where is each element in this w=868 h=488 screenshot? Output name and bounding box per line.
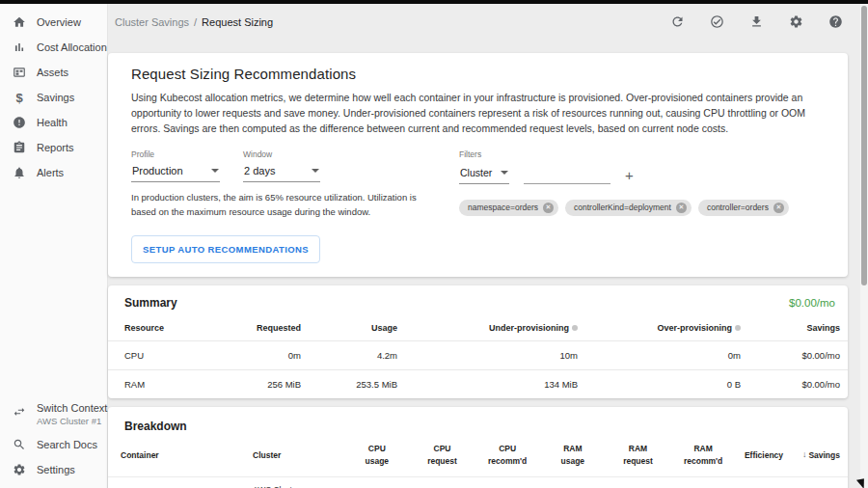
table-row[interactable]: orders/orders:orders AWS Cluster #1/clus… xyxy=(108,476,848,488)
chevron-down-icon xyxy=(312,169,319,173)
sidebar-item-label: Search Docs xyxy=(37,439,97,450)
filter-value-input[interactable] xyxy=(524,169,610,184)
column-header[interactable]: RAMrecomm'd xyxy=(670,443,736,468)
column-header[interactable]: CPUrecomm'd xyxy=(475,443,540,468)
header-actions xyxy=(670,14,843,29)
main-area: Cluster Savings / Request Sizing xyxy=(108,4,868,488)
search-icon xyxy=(13,438,26,451)
close-icon[interactable]: ✕ xyxy=(773,203,784,213)
window-select[interactable]: 2 days xyxy=(243,161,320,182)
chip-label: controller=orders xyxy=(707,203,769,212)
column-header: Container xyxy=(121,449,253,462)
breakdown-card: Breakdown Container Cluster CPUusage CPU… xyxy=(108,407,848,488)
breadcrumb-parent[interactable]: Cluster Savings xyxy=(115,16,189,28)
column-header: Cluster xyxy=(253,449,344,462)
sidebar-item-alerts[interactable]: Alerts xyxy=(0,160,107,185)
help-icon[interactable] xyxy=(828,14,843,29)
profile-select-group: Profile Production xyxy=(131,149,220,182)
sidebar-item-settings[interactable]: Settings xyxy=(0,457,107,482)
refresh-icon[interactable] xyxy=(670,14,685,29)
cell-under-provisioning: 134 MiB xyxy=(397,379,578,390)
column-header: Under-provisioning xyxy=(397,323,578,333)
close-icon[interactable]: ✕ xyxy=(543,203,554,213)
dollar-icon: $ xyxy=(13,91,26,104)
swap-horiz-icon xyxy=(13,405,26,419)
cell-savings: $0.00/mo xyxy=(741,350,840,361)
profile-value: Production xyxy=(132,165,183,176)
home-icon xyxy=(13,15,26,29)
filter-type-value: Cluster xyxy=(460,167,492,178)
window-select-group: Window 2 days xyxy=(243,149,320,182)
check-circle-icon[interactable] xyxy=(710,14,724,29)
page-title: Request Sizing Recommendations xyxy=(131,66,825,82)
sidebar-item-switch-context[interactable]: Switch Context AWS Cluster #1 xyxy=(0,396,107,432)
close-icon[interactable]: ✕ xyxy=(676,203,687,213)
main-header: Cluster Savings / Request Sizing xyxy=(108,4,868,40)
cell-requested: 256 MiB xyxy=(231,379,301,390)
column-header[interactable]: CPUusage xyxy=(344,443,410,468)
summary-table-header: Resource Requested Usage Under-provision… xyxy=(108,317,848,340)
summary-title: Summary xyxy=(124,296,177,310)
sidebar-item-label: Reports xyxy=(37,142,74,153)
add-filter-button[interactable]: + xyxy=(625,168,634,184)
content: Request Sizing Recommendations Using Kub… xyxy=(108,53,868,488)
profile-hint: In production clusters, the aim is 65% r… xyxy=(131,190,442,219)
breakdown-title: Breakdown xyxy=(108,407,848,435)
request-sizing-card: Request Sizing Recommendations Using Kub… xyxy=(108,53,848,277)
profile-window-controls: Profile Production Window 2 days xyxy=(131,149,442,263)
profile-label: Profile xyxy=(131,149,220,159)
column-header[interactable]: RAMusage xyxy=(540,443,606,468)
sidebar-item-label: Settings xyxy=(37,464,75,475)
sidebar-item-label: Savings xyxy=(37,92,74,103)
column-header-savings[interactable]: ↓ Savings xyxy=(792,448,840,462)
column-header: Requested xyxy=(231,323,301,333)
sidebar-item-label: Overview xyxy=(37,16,81,28)
bar-chart-icon xyxy=(13,41,26,54)
sidebar-item-assets[interactable]: Assets xyxy=(0,60,107,85)
cell-usage: 4.2m xyxy=(301,350,397,361)
filter-type-select[interactable]: Cluster xyxy=(459,164,509,184)
filter-chips: namespace=orders ✕ controllerKind=deploy… xyxy=(459,200,825,216)
cell-resource: CPU xyxy=(124,350,231,361)
breadcrumb: Cluster Savings / Request Sizing xyxy=(115,16,273,28)
sidebar-item-overview[interactable]: Overview xyxy=(0,10,107,35)
column-header[interactable]: CPUrequest xyxy=(410,443,475,468)
profile-select[interactable]: Production xyxy=(131,161,220,182)
settings-gear-icon[interactable] xyxy=(789,14,803,29)
download-icon[interactable] xyxy=(749,14,764,29)
column-header[interactable]: RAMrequest xyxy=(606,443,671,468)
clipboard-icon xyxy=(13,141,26,154)
sidebar-item-label: Cost Allocation xyxy=(37,41,107,53)
cell-savings: $0.00/mo xyxy=(741,379,840,390)
sidebar-item-savings[interactable]: $ Savings xyxy=(0,85,107,110)
filter-chip: controller=orders ✕ xyxy=(698,200,789,216)
column-header[interactable]: Efficiency xyxy=(736,449,792,462)
sidebar-item-label: Assets xyxy=(37,67,68,78)
window-label: Window xyxy=(243,149,320,159)
assets-grid-icon xyxy=(13,66,26,79)
gear-icon xyxy=(13,463,26,476)
window-value: 2 days xyxy=(244,165,275,176)
cell-requested: 0m xyxy=(231,350,301,361)
column-header: Resource xyxy=(124,323,231,333)
cell-over-provisioning: 0 B xyxy=(578,379,741,390)
sidebar-item-search-docs[interactable]: Search Docs xyxy=(0,432,107,457)
sidebar-item-label: Health xyxy=(37,117,68,128)
sidebar-item-reports[interactable]: Reports xyxy=(0,135,107,160)
breadcrumb-current: Request Sizing xyxy=(202,16,273,28)
sidebar-item-health[interactable]: Health xyxy=(0,110,107,135)
filter-chip: namespace=orders ✕ xyxy=(459,200,558,216)
column-header: Over-provisioning xyxy=(578,323,741,333)
filter-chip: controllerKind=deployment ✕ xyxy=(565,200,692,216)
vertical-scrollbar xyxy=(860,4,868,488)
breakdown-table-header: Container Cluster CPUusage CPUrequest CP… xyxy=(108,435,848,475)
current-cluster-label: AWS Cluster #1 xyxy=(37,416,107,426)
page-description: Using Kubecost allocation metrics, we de… xyxy=(131,91,825,137)
controls-row: Profile Production Window 2 days xyxy=(131,149,825,263)
sidebar-item-cost-allocation[interactable]: Cost Allocation xyxy=(0,35,107,60)
scrollbar-thumb[interactable] xyxy=(861,6,867,285)
sidebar-footer: Switch Context AWS Cluster #1 Search Doc… xyxy=(0,396,107,488)
setup-auto-recommendations-button[interactable]: SETUP AUTO RECOMMENDATIONS xyxy=(131,235,320,263)
breadcrumb-separator: / xyxy=(194,16,197,28)
column-header: Savings xyxy=(741,323,840,333)
